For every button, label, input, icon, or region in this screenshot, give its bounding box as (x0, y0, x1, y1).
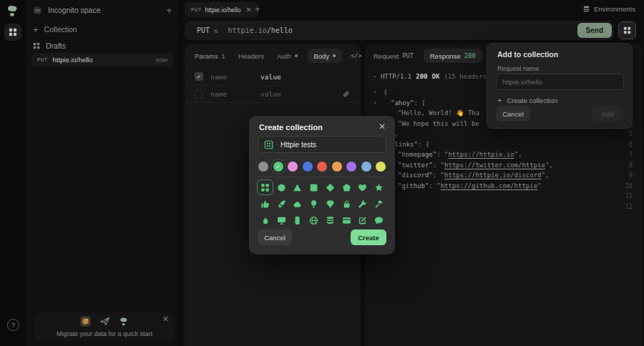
attachment-paperclip-icon[interactable] (342, 90, 351, 99)
collection-icon-triangle[interactable] (290, 179, 306, 195)
collection-icon-mobile[interactable] (290, 212, 306, 228)
response-status-badge: 200 (464, 52, 476, 59)
new-tab-button[interactable]: + (255, 4, 260, 14)
param-value[interactable]: value (260, 73, 351, 81)
tab-headers[interactable]: Headers (238, 52, 264, 60)
method-selector[interactable]: PUT (197, 26, 210, 34)
tab-body[interactable]: Body (308, 49, 343, 63)
collection-icon-cloud[interactable] (290, 196, 306, 212)
drafts-icon (33, 42, 40, 49)
collection-icon-edit[interactable] (355, 212, 371, 228)
modal-divider (258, 177, 386, 177)
tab-auth[interactable]: Auth (277, 52, 298, 60)
add-to-collection-button[interactable] (618, 21, 636, 39)
json-line: "github": "https://github.com/httpie"10 (365, 181, 643, 192)
create-collection-link[interactable]: + Create collection (497, 97, 557, 104)
collection-icon-grid[interactable] (257, 179, 273, 195)
collection-icon-chat[interactable] (371, 212, 387, 228)
apps-grid-button[interactable] (4, 24, 21, 41)
add-collection-row[interactable]: + Collection (33, 24, 77, 34)
collection-name-input[interactable] (279, 140, 380, 149)
modal-create-button[interactable]: Create (351, 229, 386, 245)
color-swatch-gray[interactable] (258, 162, 268, 172)
sidebar: Incognito space + + Collection Drafts PU… (26, 0, 180, 346)
draft-time: now (155, 56, 167, 64)
collection-icon-monitor[interactable] (273, 212, 290, 228)
json-line: }12 (365, 202, 643, 212)
space-name: Incognito space (48, 6, 160, 14)
popover-title: Add to collection (497, 50, 558, 59)
modal-cancel-button[interactable]: Cancel (258, 229, 292, 245)
collection-icon-lightbulb[interactable] (306, 196, 322, 212)
draft-method: PUT (37, 57, 48, 62)
method-dropdown-icon[interactable]: ⇅ (214, 27, 218, 34)
color-swatch-pink[interactable] (288, 162, 298, 172)
collection-icon-rocket[interactable] (273, 196, 290, 212)
collection-icon-globe[interactable] (306, 212, 322, 228)
paper-plane-icon (99, 316, 110, 327)
color-swatch-red[interactable] (317, 162, 327, 172)
tab-method: PUT (191, 7, 202, 12)
collection-icon-hammer[interactable] (371, 196, 387, 212)
draft-request-item[interactable]: PUT httpie.io/hello now (31, 53, 173, 66)
code-view-icon[interactable]: </> (351, 52, 361, 59)
add-to-collection-popover: Add to collection Request name + Create … (487, 43, 633, 129)
collection-icon-thumbs-up[interactable] (257, 196, 273, 212)
collection-icon-flame[interactable] (257, 212, 273, 228)
help-button[interactable]: ? (7, 319, 19, 331)
banner-text: Migrate your data for a quick start (34, 330, 175, 337)
color-swatch-green[interactable]: ✓ (273, 162, 283, 172)
collection-icon-database[interactable] (322, 212, 338, 228)
send-button[interactable]: Send (577, 23, 612, 38)
json-line: }11 (365, 191, 643, 202)
drafts-row[interactable]: Drafts (33, 41, 66, 51)
color-swatch-light-blue[interactable] (361, 162, 371, 172)
json-line: "twitter": "https://twitter.com/httpie",… (365, 160, 643, 171)
request-tab[interactable]: PUT httpie.io/hello ✕ (185, 2, 258, 17)
collection-icon-circle[interactable] (273, 179, 290, 195)
color-swatch-blue[interactable] (303, 162, 313, 172)
url-path[interactable]: /hello (267, 26, 293, 34)
collection-icon-grid (257, 179, 387, 228)
param-row: name value (185, 85, 361, 103)
color-swatch-purple[interactable] (346, 162, 356, 172)
color-swatch-orange[interactable] (332, 162, 342, 172)
collection-icon-heart[interactable] (355, 179, 371, 195)
new-tab-plus-icon[interactable]: + (166, 6, 172, 15)
line-number: 8 (629, 162, 643, 169)
modal-title: Create collection (259, 123, 323, 132)
collection-icon-square[interactable] (306, 179, 322, 195)
collection-grid-icon (264, 140, 273, 149)
popover-add-button[interactable]: Add (592, 106, 623, 122)
param-checkbox-checked[interactable]: ✓ (195, 72, 203, 81)
popover-cancel-button[interactable]: Cancel (496, 106, 530, 122)
request-name-input[interactable] (497, 74, 635, 89)
param-checkbox-unchecked[interactable] (195, 90, 203, 99)
modal-close-icon[interactable]: ✕ (379, 122, 386, 132)
collection-icon-diamond[interactable] (322, 179, 338, 195)
tab-title: httpie.io/hello (205, 6, 241, 14)
line-number: 9 (629, 172, 643, 179)
collection-icon-wrench[interactable] (355, 196, 371, 212)
headers-fold-icon[interactable]: ▸ (374, 74, 376, 79)
collection-icon-star[interactable] (371, 179, 387, 195)
param-name[interactable]: name (210, 90, 260, 98)
collection-icon-credit-card[interactable] (338, 212, 355, 228)
json-line: ],5 (365, 129, 643, 139)
collection-icon-pentagon[interactable] (338, 179, 355, 195)
tab-close-icon[interactable]: ✕ (246, 6, 252, 14)
url-host[interactable]: httpie.io (228, 26, 266, 34)
tab-params[interactable]: Params 1 (195, 52, 225, 60)
fold-toggle-icon[interactable]: ▾ (365, 89, 384, 95)
space-switcher[interactable]: Incognito space + (33, 4, 172, 16)
request-name-label: Request name (497, 65, 540, 72)
color-swatch-yellow[interactable] (376, 162, 386, 172)
collection-icon-gem[interactable] (322, 196, 338, 212)
param-value[interactable]: value (260, 90, 342, 98)
fold-toggle-icon[interactable]: ▾ (365, 100, 384, 106)
environments-button[interactable]: Environments (582, 5, 635, 13)
tab-request[interactable]: Request PUT (374, 52, 414, 60)
param-name[interactable]: name (210, 73, 260, 81)
tab-response[interactable]: Response 200 (424, 49, 482, 63)
collection-icon-lock[interactable] (338, 196, 355, 212)
